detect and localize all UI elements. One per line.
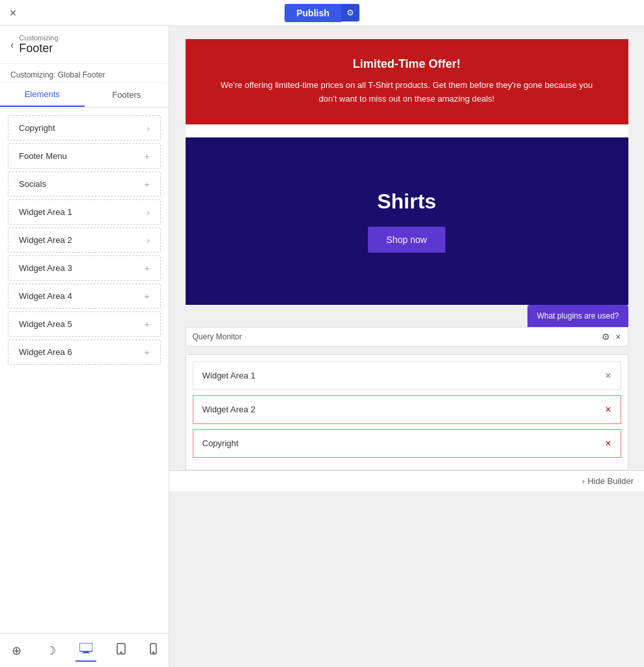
svg-rect-0 xyxy=(79,643,92,651)
sidebar-item-widget-area-2[interactable]: Widget Area 2 › xyxy=(8,227,161,253)
widget-area-1-close[interactable]: × xyxy=(605,370,611,382)
footer-copyright-row: Copyright × xyxy=(193,429,621,458)
promo-title: Limited-Time Offer! xyxy=(212,57,602,71)
sidebar-items: Copyright › Footer Menu + Socials + Widg… xyxy=(0,107,169,373)
tabs-row: Elements Footers xyxy=(0,83,169,107)
sidebar-section-title: Footer xyxy=(19,42,59,55)
sidebar-item-footer-menu[interactable]: Footer Menu + xyxy=(8,143,161,169)
shirts-section: Shirts Shop now xyxy=(186,137,628,305)
home-icon-button[interactable]: ⊕ xyxy=(8,640,25,662)
gear-icon: ⚙ xyxy=(602,332,610,342)
footer-widget-area-2-row: Widget Area 2 × xyxy=(193,395,621,424)
hide-builder-button[interactable]: › Hide Builder xyxy=(582,476,634,486)
footer-widget-area-1-row: Widget Area 1 × xyxy=(193,362,621,390)
what-plugins-container: What plugins are used? xyxy=(186,305,628,327)
top-bar: × Publish ⚙ xyxy=(0,0,644,26)
desktop-icon-button[interactable] xyxy=(76,639,96,662)
moon-icon-button[interactable]: ☽ xyxy=(42,640,60,662)
arrow-icon: › xyxy=(147,206,150,218)
footer-widget-builder: Widget Area 1 × Widget Area 2 × Copyrigh… xyxy=(186,354,628,470)
plus-icon: + xyxy=(144,347,150,358)
sidebar-item-widget-area-6[interactable]: Widget Area 6 + xyxy=(8,339,161,365)
hide-builder-bar: › Hide Builder xyxy=(169,470,644,491)
arrow-icon: › xyxy=(147,234,150,246)
promo-body: We're offering limited-time prices on al… xyxy=(212,79,602,106)
sidebar-header: ‹ Customizing Footer xyxy=(0,26,169,64)
plus-icon: + xyxy=(144,263,150,274)
publish-group: Publish ⚙ xyxy=(285,4,359,22)
chevron-icon: › xyxy=(582,476,585,486)
copyright-close[interactable]: × xyxy=(605,438,611,449)
tab-footers[interactable]: Footers xyxy=(85,83,169,107)
sidebar-item-widget-area-5[interactable]: Widget Area 5 + xyxy=(8,311,161,337)
svg-point-4 xyxy=(120,652,122,653)
query-monitor-bar: Query Monitor ⚙ × xyxy=(186,327,628,347)
publish-gear-button[interactable]: ⚙ xyxy=(341,4,359,21)
mobile-icon-button[interactable] xyxy=(146,639,161,662)
sidebar-item-socials[interactable]: Socials + xyxy=(8,171,161,197)
query-monitor-close-button[interactable]: × xyxy=(615,332,621,342)
close-button[interactable]: × xyxy=(0,0,26,26)
publish-button[interactable]: Publish xyxy=(285,4,341,22)
tablet-icon-button[interactable] xyxy=(113,639,130,662)
tab-elements[interactable]: Elements xyxy=(0,83,85,107)
svg-rect-2 xyxy=(82,653,90,653)
hide-builder-label: Hide Builder xyxy=(587,476,634,486)
preview-inner: Limited-Time Offer! We're offering limit… xyxy=(186,39,628,305)
plus-icon: + xyxy=(144,150,150,162)
sidebar-footer-bar: ⊕ ☽ xyxy=(0,633,169,667)
plus-icon: + xyxy=(144,319,150,330)
plus-icon: + xyxy=(144,178,150,190)
sidebar-item-widget-area-3[interactable]: Widget Area 3 + xyxy=(8,255,161,281)
promo-banner: Limited-Time Offer! We're offering limit… xyxy=(186,39,628,124)
sidebar-subtitle: Customizing: Global Footer xyxy=(0,64,169,83)
gear-icon: ⚙ xyxy=(346,8,354,18)
close-icon: × xyxy=(615,332,621,342)
query-monitor-gear-button[interactable]: ⚙ xyxy=(602,332,610,342)
what-plugins-button[interactable]: What plugins are used? xyxy=(527,305,628,327)
sidebar-item-widget-area-1[interactable]: Widget Area 1 › xyxy=(8,199,161,225)
svg-point-6 xyxy=(152,652,154,653)
svg-rect-1 xyxy=(83,651,89,653)
query-monitor-label: Query Monitor xyxy=(193,332,242,341)
plus-icon: + xyxy=(144,291,150,302)
sidebar: ‹ Customizing Footer Customizing: Global… xyxy=(0,26,169,667)
main-layout: ‹ Customizing Footer Customizing: Global… xyxy=(0,26,644,667)
arrow-icon: › xyxy=(147,122,150,134)
back-arrow-icon: ‹ xyxy=(10,39,14,50)
sidebar-item-copyright[interactable]: Copyright › xyxy=(8,115,161,141)
customizing-label: Customizing xyxy=(19,34,59,42)
shop-now-button[interactable]: Shop now xyxy=(368,227,445,253)
widget-area-2-close[interactable]: × xyxy=(605,404,611,416)
back-button[interactable]: ‹ xyxy=(10,39,14,51)
shirts-heading: Shirts xyxy=(212,190,602,214)
preview-area: Limited-Time Offer! We're offering limit… xyxy=(169,26,644,667)
sidebar-item-widget-area-4[interactable]: Widget Area 4 + xyxy=(8,283,161,309)
